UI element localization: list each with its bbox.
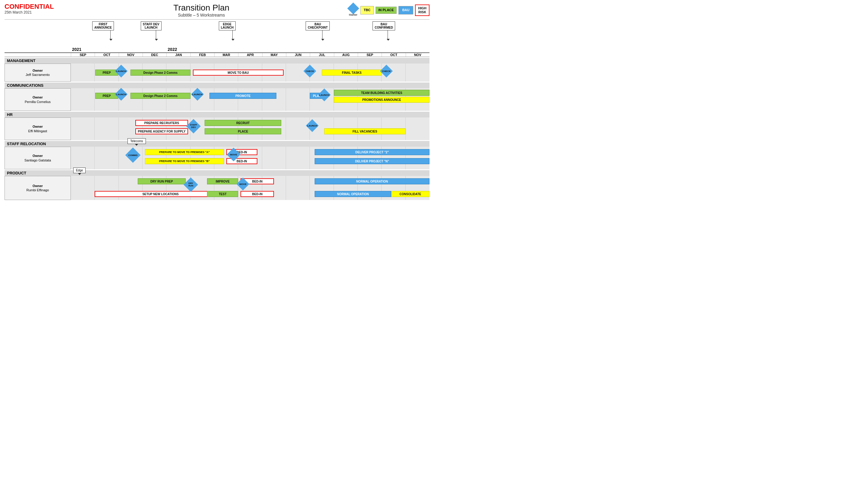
hr-recruiters-bar: PREPARE RECRUITERS (135, 120, 188, 126)
mgmt-prep-bar: PREP (95, 70, 118, 76)
month-nov-2022: NOV (406, 53, 429, 57)
management-owner: Owner Jeff Sacramento (4, 63, 71, 82)
mgmt-final-bar: FINAL TASKS (322, 70, 382, 76)
comms-launch3-diamond: LAUNCH (318, 89, 331, 101)
reloc-premisesB-bar: PREPARE TO MOVE TO PREMISES "B" (145, 158, 224, 164)
edge-tooltip: Edge (73, 168, 86, 173)
prod-improve-bar: IMPROVE (207, 178, 238, 184)
mgmt-bau-bar: MOVE TO BAU (193, 70, 283, 76)
hr-row: Owner Effi Mitingast PREP (4, 117, 429, 140)
year-2021: 2021 (71, 47, 166, 52)
hr-place-bar: PLACE (205, 128, 281, 134)
month-jan: JAN (166, 53, 190, 57)
comms-promo-bar: PROMOTIONS ANNOUNCE (334, 97, 429, 103)
main-timeline: FIRSTANNOUNCE STAFF DEVLAUNCH EDGELAUNCH… (4, 21, 429, 200)
month-dec: DEC (143, 53, 166, 57)
prod-dryrun-diamond: DRYRUN (184, 177, 198, 192)
milestone-bau-checkpoint: BAUCHECKPOINT (315, 21, 330, 41)
management-label: MANAGEMENT (4, 58, 429, 63)
section-staff-relocation: STAFF RELOCATION Owner Santiago Gatstata (4, 141, 429, 169)
product-row: Owner Rumbi Effinago DRY (4, 176, 429, 200)
prod-dryrunprep-bar: DRY RUN PREP (138, 178, 186, 184)
management-owner-name: Jeff Sacramento (25, 73, 50, 77)
comms-label: COMMUNICATIONS (4, 82, 429, 88)
hr-recruit-bar: RECRUIT (205, 120, 281, 126)
mgmt-check2-diamond: CHECK (380, 65, 393, 77)
main-title: Transition Plan (173, 3, 229, 13)
month-nov: NOV (119, 53, 143, 57)
telecoms-tooltip: Telecoms (128, 138, 146, 144)
prod-setup-bar: SETUP NEW LOCATIONS (95, 191, 226, 197)
milestone-edge-launch: EDGELAUNCH (226, 21, 236, 41)
month-aug: AUG (334, 53, 358, 57)
legend-tbc: TBC (361, 6, 374, 14)
relocation-owner: Owner Santiago Gatstata (4, 147, 71, 169)
management-owner-label: Owner (33, 69, 43, 73)
mgmt-check1-diamond: CHECK (303, 65, 316, 77)
milestone-staff-dev-launch: STAFF DEVLAUNCH (150, 21, 162, 41)
prod-consolidate-bar: CONSOLIDATE (391, 191, 429, 197)
month-jun: JUN (286, 53, 310, 57)
relocation-gantt: PREPARE TO MOVE TO PREMISES "A" BED-IN D… (71, 147, 429, 169)
comms-team-bar: TEAM BUILDING ACTIVITIES (334, 90, 429, 96)
comms-owner: Owner Pernilla Cornelius (4, 88, 71, 111)
year-2022: 2022 (166, 47, 405, 52)
hr-agency-bar: PREPARE AGENCY FOR SUPPLY (135, 128, 188, 134)
relocation-row: Owner Santiago Gatstata P (4, 147, 429, 169)
reloc-comms-diamond: COMMS (125, 148, 141, 163)
header: CONFIDENTIAL 25th March 2021 Transition … (4, 3, 429, 17)
month-sep-2022: SEP (358, 53, 382, 57)
relocation-label: STAFF RELOCATION (4, 141, 429, 147)
section-communications: COMMUNICATIONS Owner Pernilla Cornelius (4, 82, 429, 111)
comms-gantt: PREP Design Phase 2 Comms LAUNCH PROMOTE… (71, 88, 429, 111)
legend-highrisk: HIGHRISK (415, 4, 429, 16)
month-apr: APR (238, 53, 262, 57)
month-jul: JUL (310, 53, 334, 57)
month-mar: MAR (214, 53, 238, 57)
hr-label: HR (4, 112, 429, 117)
month-header: SEP OCT NOV DEC JAN FEB MAR APR MAY JUN … (4, 53, 429, 57)
milestone-bau-confirmed: BAUCONFIRMED (382, 21, 395, 41)
product-gantt: DRY RUN PREP IMPROVE BED-IN NORMAL OPERA… (71, 176, 429, 200)
prod-normal2-bar: NORMAL OPERATION (315, 191, 391, 197)
title-block: Transition Plan Subtitle – 5 Workstreams (173, 3, 229, 17)
date-label: 25th March 2021 (4, 10, 54, 15)
section-hr: HR Owner Effi Mitingast (4, 112, 429, 140)
section-management: MANAGEMENT Owner Jeff Sacramento (4, 58, 429, 82)
month-oct: OCT (95, 53, 118, 57)
month-feb: FEB (190, 53, 214, 57)
section-product: PRODUCT Owner Rumbi Effinago (4, 170, 429, 200)
comms-design-bar: Design Phase 2 Comms (130, 93, 190, 99)
milestone-first-announce: FIRSTANNOUNCE (104, 21, 114, 41)
comms-launch2-diamond: LAUNCH (191, 88, 204, 101)
hr-launch-diamond: LAUNCH (306, 119, 318, 132)
comms-prep-bar: PREP (95, 93, 118, 99)
prod-normal1-bar: NORMAL OPERATION (315, 178, 429, 184)
hr-gantt: PREPARE RECRUITERS RECRUIT PREPARE AGENC… (71, 117, 429, 140)
comms-promote-bar: PROMOTE (209, 93, 276, 99)
legend-inplace: IN PLACE (375, 7, 396, 14)
reloc-bedinB-bar: BED-IN (226, 158, 257, 164)
page: CONFIDENTIAL 25th March 2021 Transition … (0, 0, 434, 247)
month-sep-2021: SEP (71, 53, 95, 57)
prod-bedin2-bar: BED-IN (241, 191, 274, 197)
comms-row: Owner Pernilla Cornelius (4, 88, 429, 111)
month-oct-2022: OCT (382, 53, 405, 57)
reloc-deliverN-bar: DELIVER PROJECT "N" (315, 158, 429, 164)
legend-bau: BAU (399, 6, 413, 14)
prod-test-bar: TEST (207, 191, 238, 197)
reloc-deliver2-bar: DELIVER PROJECT "2" (315, 149, 429, 155)
hr-owner: Owner Effi Mitingast (4, 117, 71, 140)
milestones-area: FIRSTANNOUNCE STAFF DEVLAUNCH EDGELAUNCH… (71, 21, 429, 47)
management-gantt: PREP Design Phase 2 Comms LAUNCH MOVE TO… (71, 63, 429, 82)
hr-staffdev-diamond: STAFFDEV (186, 119, 201, 133)
month-may: MAY (262, 53, 286, 57)
legend: Marker TBC IN PLACE BAU HIGHRISK (349, 4, 429, 16)
product-owner: Owner Rumbi Effinago (4, 176, 71, 200)
timeline-header: 2021 2022 (4, 47, 429, 53)
hr-fill-bar: FILL VACANCIES (324, 128, 406, 134)
subtitle: Subtitle – 5 Workstreams (173, 13, 229, 17)
product-label: PRODUCT (4, 170, 429, 176)
management-row: Owner Jeff Sacramento (4, 63, 429, 82)
reloc-premisesA-bar: PREPARE TO MOVE TO PREMISES "A" (145, 149, 224, 155)
